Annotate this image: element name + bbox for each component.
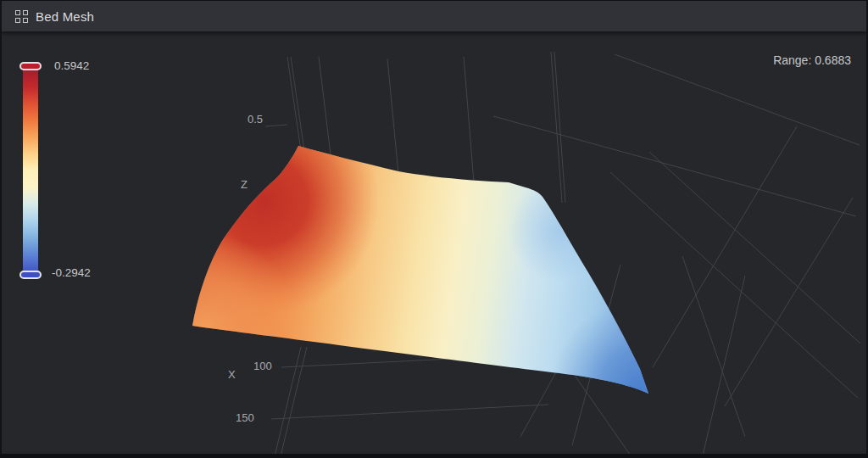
- z-axis-title: Z: [241, 178, 248, 191]
- mesh-surface-shading: [180, 133, 663, 405]
- colorbar: [19, 62, 42, 279]
- bed-mesh-3d-canvas[interactable]: [2, 31, 868, 458]
- panel-title: Bed Mesh: [36, 9, 94, 24]
- bed-mesh-plot-area[interactable]: 0.5942 -0.2942 Range: 0.6883 0.5 Z X 100…: [2, 31, 866, 454]
- colorbar-gradient: [23, 70, 38, 271]
- x-axis-title: X: [228, 368, 236, 381]
- range-readout: Range: 0.6883: [773, 53, 851, 67]
- colorbar-min-cap: [19, 271, 42, 279]
- x-axis-tick-100: 100: [253, 360, 272, 372]
- grid-icon: [15, 10, 28, 23]
- colorbar-min-label: -0.2942: [52, 266, 91, 280]
- colorbar-max-label: 0.5942: [54, 59, 89, 73]
- colorbar-max-cap: [19, 62, 42, 70]
- x-axis-tick-150: 150: [236, 411, 254, 424]
- panel-header[interactable]: Bed Mesh: [2, 1, 866, 32]
- z-axis-tick-label: 0.5: [248, 113, 263, 126]
- bed-mesh-panel: Bed Mesh: [0, 0, 868, 458]
